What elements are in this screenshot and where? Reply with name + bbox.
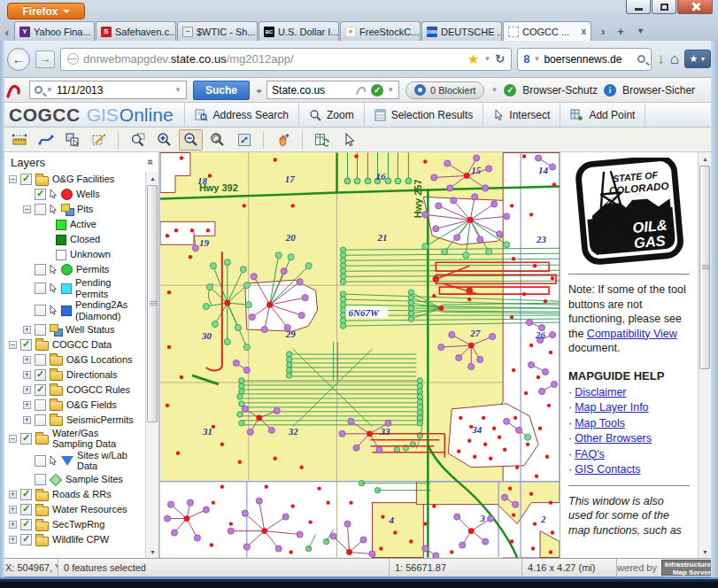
expand-node-icon[interactable]	[9, 521, 17, 529]
collapse-node-icon[interactable]	[9, 175, 17, 183]
search-bar[interactable]: 8 ▼ boersennews.de	[517, 48, 652, 71]
layer-label[interactable]: O&G Fields	[66, 399, 117, 411]
layer-pits[interactable]: Pits	[4, 202, 144, 217]
layer-label[interactable]: COGCC Rules	[66, 384, 130, 396]
layer-checkbox[interactable]	[35, 354, 46, 366]
layer-checkbox[interactable]	[35, 189, 46, 200]
layer-checkbox[interactable]	[20, 339, 32, 351]
layer-checkbox[interactable]	[35, 204, 46, 215]
layer-sample-sites[interactable]: Sample Sites	[4, 472, 144, 487]
layer-og-fields[interactable]: O&G Fields	[4, 398, 144, 413]
layer-water-gas-sampling[interactable]: Water/Gas Sampling Data	[4, 428, 144, 450]
layer-og-locations[interactable]: O&G Locations	[4, 352, 144, 368]
collapse-panel-icon[interactable]: «	[145, 159, 158, 166]
url-bar[interactable]: dnrwebmapgdev.state.co.us/mg2012app/ ★ ▼…	[60, 48, 512, 71]
expand-node-icon[interactable]	[9, 536, 17, 544]
layer-label[interactable]: Pits	[77, 204, 93, 215]
home-icon[interactable]: ⌂	[670, 50, 679, 68]
layer-checkbox[interactable]	[20, 519, 32, 530]
layer-label[interactable]: Permits	[76, 264, 109, 275]
layer-label[interactable]: Pending Permits	[75, 277, 139, 299]
bookmarks-menu-button[interactable]: ★▼	[684, 50, 711, 68]
layer-checkbox[interactable]	[35, 455, 46, 467]
other-browsers-link[interactable]: Other Browsers	[575, 432, 652, 445]
chevron-down-icon[interactable]: ▼	[490, 86, 498, 94]
disclaimer-link[interactable]: Disclaimer	[575, 386, 626, 398]
collapse-node-icon[interactable]	[23, 205, 31, 213]
layer-cogcc-data[interactable]: COGCC Data	[4, 337, 144, 352]
firefox-menu-button[interactable]: Firefox	[7, 3, 85, 19]
layer-roads-rrs[interactable]: Roads & RRs	[4, 487, 144, 502]
reload-icon[interactable]: ↻	[495, 52, 505, 66]
scrollbar-thumb[interactable]	[147, 185, 158, 422]
layer-label[interactable]: Water/Gas Sampling Data	[52, 428, 128, 450]
toolbar-splitter-handle[interactable]: ◂▸	[256, 86, 260, 95]
info-panel-scrollbar[interactable]: ▲ ▼	[698, 152, 711, 558]
browser-security-label[interactable]: Browser-Sicher	[622, 84, 695, 97]
compatibility-view-link[interactable]: Compatibility View	[587, 328, 677, 340]
collapse-node-icon[interactable]	[9, 341, 17, 349]
gis-contacts-link[interactable]: GIS Contacts	[575, 463, 640, 476]
browser-protection-label[interactable]: Browser-Schutz	[522, 84, 598, 97]
layer-label[interactable]: Wells	[76, 189, 100, 200]
tab-yahoo[interactable]: Y Yahoo Fina...	[14, 21, 95, 41]
layer-label[interactable]: Roads & RRs	[52, 489, 112, 500]
refresh-map-tool-button[interactable]	[310, 129, 334, 151]
layer-label[interactable]: Well Status	[66, 324, 114, 336]
expand-node-icon[interactable]	[23, 416, 31, 424]
layer-checkbox[interactable]	[35, 324, 46, 336]
scrollbar-thumb[interactable]	[699, 166, 710, 369]
redline-tool-button[interactable]	[34, 129, 58, 151]
bookmark-star-icon[interactable]: ★	[467, 51, 479, 67]
layer-label[interactable]: Directionals	[66, 369, 117, 381]
layer-label[interactable]: Sample Sites	[66, 474, 123, 485]
tab-safehaven[interactable]: S Safehaven.c...	[96, 21, 176, 41]
forward-button[interactable]: →	[35, 50, 55, 68]
maximize-button[interactable]	[652, 0, 676, 14]
layer-checkbox[interactable]	[35, 282, 46, 294]
layer-pending-permits[interactable]: Pending Permits	[4, 277, 144, 299]
chevron-down-icon[interactable]: ▼	[387, 86, 394, 94]
select-features-tool-button[interactable]	[60, 129, 84, 151]
layer-well-status[interactable]: Well Status	[4, 322, 144, 337]
layer-checkbox[interactable]	[35, 384, 46, 396]
layer-seismic-permits[interactable]: SeismicPermits	[4, 413, 144, 428]
blocked-counter[interactable]: 0 Blockiert	[405, 81, 484, 99]
zoom-rectangle-tool-button[interactable]	[126, 129, 150, 151]
close-button[interactable]	[677, 0, 713, 14]
map-layer-info-link[interactable]: Map Layer Info	[575, 401, 648, 414]
minimize-button[interactable]	[626, 0, 651, 14]
map-tools-link[interactable]: Map Tools	[575, 417, 625, 429]
map-canvas[interactable]: 18 17 16 15 14 19 20 21 23 30 29 27 26 3…	[160, 152, 560, 558]
faqs-link[interactable]: FAQ's	[575, 448, 605, 460]
scroll-down-icon[interactable]: ▼	[699, 545, 712, 558]
chevron-down-icon[interactable]: ▼	[46, 86, 53, 94]
menu-intersect[interactable]: Intersect	[483, 103, 560, 127]
avira-search-field[interactable]: ▼ 11/1/2013 ▼	[29, 81, 187, 99]
tab-wtic[interactable]: ~ $WTIC - Sh...	[177, 21, 258, 41]
menu-add-point[interactable]: Add Point	[560, 103, 645, 127]
layer-permits[interactable]: Permits	[4, 262, 144, 277]
menu-selection-results[interactable]: Selection Results	[364, 103, 483, 127]
layer-og-facilities[interactable]: O&G Facilities	[4, 172, 144, 187]
downloads-icon[interactable]: ↓	[657, 50, 665, 68]
tab-freestock[interactable]: » FreeStockC...	[340, 21, 421, 41]
scroll-up-icon[interactable]: ▲	[146, 172, 159, 184]
layer-label[interactable]: COGCC Data	[52, 339, 112, 351]
site-rating-field[interactable]: State.co.us ✓ ▼	[266, 81, 399, 99]
scroll-down-icon[interactable]: ▼	[146, 545, 159, 558]
layer-checkbox[interactable]	[35, 474, 46, 485]
expand-node-icon[interactable]	[23, 356, 31, 364]
menu-address-search[interactable]: Address Search	[184, 103, 298, 127]
expand-node-icon[interactable]	[23, 401, 31, 409]
layer-checkbox[interactable]	[20, 174, 32, 185]
select-pointer-tool-button[interactable]	[336, 129, 360, 151]
layer-checkbox[interactable]	[35, 305, 46, 316]
layer-checkbox[interactable]	[20, 504, 32, 515]
tab-cogcc-active[interactable]: COGCC ... x	[503, 21, 591, 41]
expand-node-icon[interactable]	[23, 371, 31, 379]
back-button[interactable]: ←	[7, 48, 30, 71]
tab-close-icon[interactable]: x	[581, 27, 586, 36]
pan-tool-button[interactable]	[271, 129, 295, 151]
chevron-down-icon[interactable]: ▼	[174, 86, 181, 94]
